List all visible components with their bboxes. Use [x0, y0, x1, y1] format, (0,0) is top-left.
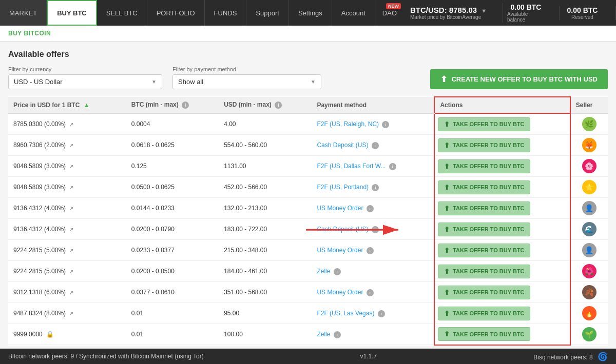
- price-cell: 9224.2815 (5.00%) ↗: [8, 240, 126, 261]
- usd-cell: 132.00 - 213.00: [219, 198, 312, 219]
- trend-icon: ↗: [69, 290, 73, 295]
- nav-buy-btc[interactable]: BUY BTC: [47, 0, 97, 26]
- payment-link[interactable]: F2F (US, Las Vegas): [317, 310, 374, 317]
- price-value: 8960.7306 (2.00%): [13, 141, 66, 149]
- avatar: 🌿: [582, 117, 596, 131]
- take-offer-button[interactable]: ⬆ TAKE OFFER TO BUY BTC: [438, 286, 530, 299]
- new-badge: NEW: [386, 3, 401, 9]
- payment-info-icon[interactable]: i: [334, 331, 341, 338]
- payment-info-icon[interactable]: i: [334, 268, 341, 275]
- payment-info-icon[interactable]: i: [367, 247, 374, 254]
- price-label: Market price by BitcoinAverage: [410, 14, 492, 20]
- payment-info-icon[interactable]: i: [367, 289, 374, 296]
- trend-icon: ↗: [69, 248, 73, 253]
- avatar: 🔥: [582, 306, 596, 320]
- take-offer-button[interactable]: ⬆ TAKE OFFER TO BUY BTC: [438, 307, 530, 320]
- payment-filter-label: Filter by payment method: [172, 66, 321, 72]
- seller-cell: 🌺: [570, 261, 608, 282]
- currency-filter-value: USD - US Dollar: [14, 78, 63, 86]
- action-cell: ⬆ TAKE OFFER TO BUY BTC: [434, 177, 570, 198]
- price-cell: 9136.4312 (4.00%) ↗: [8, 198, 126, 219]
- take-offer-button[interactable]: ⬆ TAKE OFFER TO BUY BTC: [438, 223, 530, 236]
- avatar: 👤: [582, 243, 596, 257]
- nav-portfolio[interactable]: PORTFOLIO: [147, 0, 205, 26]
- usd-cell: 100.00: [219, 324, 312, 345]
- take-offer-button[interactable]: ⬆ TAKE OFFER TO BUY BTC: [438, 244, 530, 257]
- nav-funds[interactable]: FUNDS: [205, 0, 247, 26]
- seller-cell: 🌿: [570, 113, 608, 135]
- currency-filter-select[interactable]: USD - US Dollar ▼: [8, 74, 162, 89]
- btc-cell: 0.0200 - 0.0790: [126, 219, 219, 240]
- table-row: 9136.4312 (4.00%) ↗0.0144 - 0.0233132.00…: [8, 198, 608, 219]
- payment-cell: Zelle i: [312, 324, 434, 345]
- trend-icon: ↗: [69, 227, 73, 232]
- create-offer-button[interactable]: ⬆ CREATE NEW OFFER TO BUY BTC WITH USD: [430, 69, 608, 89]
- nav-dao[interactable]: DAO NEW: [375, 0, 404, 26]
- btc-info-icon[interactable]: i: [182, 102, 189, 109]
- nav-account[interactable]: Account: [332, 0, 375, 26]
- bisq-logo-icon: 🌀: [598, 352, 608, 361]
- payment-cell: F2F (US, Portland) i: [312, 177, 434, 198]
- payment-cell: Zelle i: [312, 261, 434, 282]
- trend-icon: ↗: [69, 206, 73, 211]
- trend-icon: ↗: [69, 122, 73, 127]
- price-cell: 8960.7306 (2.00%) ↗: [8, 135, 126, 156]
- col-price: Price in USD for 1 BTC ▲: [8, 97, 126, 113]
- usd-cell: 183.00 - 722.00: [219, 219, 312, 240]
- seller-cell: 🍂: [570, 282, 608, 303]
- trend-icon: ↗: [69, 269, 73, 274]
- payment-link[interactable]: F2F (US, Dallas Fort W...: [317, 163, 386, 170]
- price-value: 9487.8324 (8.00%): [13, 310, 66, 317]
- take-offer-button[interactable]: ⬆ TAKE OFFER TO BUY BTC: [438, 138, 530, 152]
- payment-link[interactable]: US Money Order: [317, 205, 363, 212]
- available-balance-value: 0.00 BTC: [511, 3, 542, 11]
- payment-info-icon[interactable]: i: [378, 310, 385, 317]
- payment-link[interactable]: F2F (US, Raleigh, NC): [317, 120, 379, 128]
- col-usd: USD (min - max) i: [219, 97, 312, 113]
- footer-bisq-peers: Bisq network peers: 8 🌀: [533, 352, 608, 361]
- table-row: 9224.2815 (5.00%) ↗0.0233 - 0.0377215.00…: [8, 240, 608, 261]
- table-row: 9312.1318 (6.00%) ↗0.0377 - 0.0610351.00…: [8, 282, 608, 303]
- col-payment: Payment method: [312, 97, 434, 113]
- btc-cell: 0.0377 - 0.0610: [126, 282, 219, 303]
- take-offer-button[interactable]: ⬆ TAKE OFFER TO BUY BTC: [438, 159, 530, 173]
- btc-cell: 0.01: [126, 324, 219, 345]
- take-offer-button[interactable]: ⬆ TAKE OFFER TO BUY BTC: [438, 327, 530, 341]
- take-offer-button[interactable]: ⬆ TAKE OFFER TO BUY BTC: [438, 180, 530, 194]
- payment-link[interactable]: US Money Order: [317, 247, 363, 254]
- payment-info-icon[interactable]: i: [372, 184, 379, 191]
- payment-link[interactable]: US Money Order: [317, 289, 363, 296]
- take-offer-button[interactable]: ⬆ TAKE OFFER TO BUY BTC: [438, 201, 530, 215]
- avatar: 👤: [582, 201, 596, 215]
- usd-info-icon[interactable]: i: [275, 102, 282, 109]
- footer-version: v1.1.7: [204, 353, 534, 360]
- take-offer-icon: ⬆: [444, 268, 450, 275]
- take-offer-icon: ⬆: [444, 247, 450, 254]
- table-row: 8960.7306 (2.00%) ↗0.0618 - 0.0625554.00…: [8, 135, 608, 156]
- nav-support[interactable]: Support: [246, 0, 289, 26]
- price-value: 9048.5809 (3.00%): [13, 184, 66, 191]
- payment-link[interactable]: Cash Deposit (US): [317, 226, 368, 233]
- payment-link[interactable]: F2F (US, Portland): [317, 184, 369, 191]
- main-content: Available offers Filter by currency USD …: [0, 42, 616, 364]
- take-offer-button[interactable]: ⬆ TAKE OFFER TO BUY BTC: [438, 117, 530, 131]
- payment-link[interactable]: Zelle: [317, 331, 330, 338]
- payment-info-icon[interactable]: i: [367, 205, 374, 212]
- usd-cell: 215.00 - 348.00: [219, 240, 312, 261]
- payment-info-icon[interactable]: i: [382, 121, 389, 128]
- payment-info-icon[interactable]: i: [389, 163, 396, 170]
- nav-settings[interactable]: Settings: [289, 0, 332, 26]
- reserved-balance-value: 0.00 BTC: [567, 6, 598, 14]
- payment-info-icon[interactable]: i: [372, 226, 379, 233]
- payment-link[interactable]: Cash Deposit (US): [317, 141, 368, 149]
- usd-cell: 4.00: [219, 113, 312, 135]
- take-offer-icon: ⬆: [444, 184, 450, 191]
- nav-sell-btc[interactable]: SELL BTC: [97, 0, 147, 26]
- payment-filter-select[interactable]: Show all ▼: [172, 74, 321, 89]
- nav-market[interactable]: MARKET: [0, 0, 47, 26]
- payment-link[interactable]: Zelle: [317, 268, 330, 275]
- take-offer-button[interactable]: ⬆ TAKE OFFER TO BUY BTC: [438, 265, 530, 278]
- payment-info-icon[interactable]: i: [372, 142, 379, 149]
- usd-cell: 351.00 - 568.00: [219, 282, 312, 303]
- payment-cell: US Money Order i: [312, 198, 434, 219]
